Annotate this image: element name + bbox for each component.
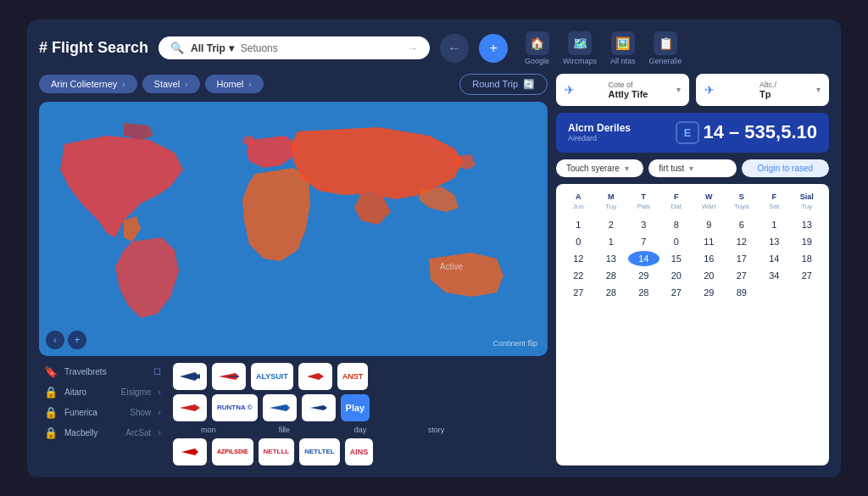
active-label: Active xyxy=(440,262,463,271)
airline-logo-anst[interactable]: ANST xyxy=(337,363,369,390)
map-next-button[interactable]: + xyxy=(68,331,86,349)
sidebar-item-travelbrets[interactable]: 🔖 Travelbrets ☐ xyxy=(39,363,166,381)
cal-cell[interactable]: 27 xyxy=(661,285,693,300)
cal-cell[interactable]: 20 xyxy=(661,268,693,283)
cal-cell[interactable]: 13 xyxy=(596,251,627,266)
price-value: 14 – 535,5.10 xyxy=(703,121,817,143)
airline-logo-alysuit[interactable]: ALYSUIT xyxy=(251,363,293,390)
cal-cell[interactable]: 16 xyxy=(693,251,725,266)
cal-cell[interactable]: 22 xyxy=(563,268,594,283)
cal-cell[interactable]: 11 xyxy=(693,234,725,249)
filter-chip-travel[interactable]: Stavel › xyxy=(142,75,200,93)
filter-chip-home[interactable]: Homel › xyxy=(205,75,264,93)
label-mon: mon xyxy=(173,426,244,434)
cal-cell[interactable]: 27 xyxy=(792,268,823,283)
cal-cell[interactable]: 7 xyxy=(628,234,659,249)
cal-cell[interactable]: 28 xyxy=(596,285,627,300)
cal-cell[interactable]: 89 xyxy=(726,285,758,300)
cal-cell[interactable]: 6 xyxy=(726,217,758,232)
airline-logo-runtna[interactable]: RUNTNA © xyxy=(212,394,258,421)
cal-cell[interactable]: 9 xyxy=(693,217,725,232)
arrow-icon-3: › xyxy=(158,427,161,437)
label-day: day xyxy=(325,426,396,434)
cal-cell[interactable]: 1 xyxy=(563,217,594,232)
cal-cell[interactable]: 20 xyxy=(693,268,725,283)
sidebar-items: 🔖 Travelbrets ☐ 🔒 Aitaro Eisigme › 🔒 xyxy=(39,363,166,442)
airline-logo-blue-plane[interactable] xyxy=(263,394,297,421)
cal-cell-highlight[interactable]: 14 xyxy=(628,251,659,266)
cal-cell[interactable]: 27 xyxy=(726,268,758,283)
label-story: story xyxy=(401,426,472,434)
search-submit-icon[interactable]: → xyxy=(408,42,418,54)
airline-logo-netltel[interactable]: NETLTEL xyxy=(299,438,339,465)
allntas-icon: 🖼️ xyxy=(611,31,635,55)
add-button[interactable]: + xyxy=(479,34,508,63)
cal-cell[interactable]: 17 xyxy=(726,251,758,266)
sidebar-item-macbelly[interactable]: 🔒 Macbelly ArcSat › xyxy=(39,424,166,442)
right-panel: ✈ Cote of Attly Tife ▾ ✈ Altc./ Tp ▾ xyxy=(556,74,829,465)
search-dropdown[interactable]: All Trip ▾ xyxy=(191,42,234,54)
search-bar[interactable]: 🔍 All Trip ▾ Setuons → xyxy=(159,36,430,59)
price-banner-info: Alcrn Deriles Airedard xyxy=(568,122,631,142)
airline-logo-2[interactable] xyxy=(212,363,246,390)
map-navigation: ‹ + xyxy=(46,331,86,349)
cal-cell[interactable]: 0 xyxy=(661,234,693,249)
filter-touch[interactable]: Touch syerare ▾ xyxy=(556,159,643,177)
sidebar: 🔖 Travelbrets ☐ 🔒 Aitaro Eisigme › 🔒 xyxy=(39,363,166,465)
cal-cell[interactable]: 3 xyxy=(628,217,659,232)
cal-cell[interactable]: 28 xyxy=(628,285,659,300)
back-button[interactable]: ← xyxy=(440,34,469,63)
cal-cell[interactable]: 15 xyxy=(661,251,693,266)
cal-cell[interactable]: 8 xyxy=(661,217,693,232)
chip-arrow-icon3: › xyxy=(248,80,251,89)
play-label: Play xyxy=(346,403,365,413)
cal-cell[interactable] xyxy=(759,285,790,300)
cal-cell[interactable]: 12 xyxy=(563,251,594,266)
cal-cell[interactable]: 34 xyxy=(759,268,790,283)
nav-allntas[interactable]: 🖼️ All ntas xyxy=(610,31,636,65)
cal-cell[interactable]: 18 xyxy=(792,251,823,266)
nav-google[interactable]: 🏠 Google xyxy=(525,31,549,65)
cal-cell[interactable]: 29 xyxy=(628,268,659,283)
airline-logo-play[interactable]: Play xyxy=(341,394,370,421)
cal-cell[interactable]: 1 xyxy=(596,234,627,249)
airline-logo-ains[interactable]: AINS xyxy=(345,438,374,465)
dropdown-origin[interactable]: ✈ Cote of Attly Tife ▾ xyxy=(556,74,689,106)
bottom-section: 🔖 Travelbrets ☐ 🔒 Aitaro Eisigme › 🔒 xyxy=(39,363,548,465)
maps-icon: 🗺️ xyxy=(568,31,592,55)
cal-cell[interactable]: 27 xyxy=(563,285,594,300)
cal-cell[interactable]: 29 xyxy=(693,285,725,300)
cal-cell[interactable]: 13 xyxy=(759,234,790,249)
round-trip-toggle[interactable]: Round Trip 🔄 xyxy=(459,74,548,95)
airline-logo-netlll[interactable]: NETLLL xyxy=(259,438,295,465)
airline-logo-1[interactable] xyxy=(173,363,207,390)
cal-cell[interactable]: 19 xyxy=(792,234,823,249)
label-fille: fille xyxy=(249,426,320,434)
airline-logo-small-plane[interactable] xyxy=(302,394,336,421)
search-icon: 🔍 xyxy=(170,42,184,54)
airline-logo-red-plane2[interactable] xyxy=(173,438,207,465)
airline-logo-plane2[interactable] xyxy=(173,394,207,421)
airline-logo-red-plane[interactable] xyxy=(298,363,332,390)
map-prev-button[interactable]: ‹ xyxy=(46,331,64,349)
filter-chip-origin[interactable]: Arin Colieterney › xyxy=(39,75,137,93)
cal-cell[interactable]: 2 xyxy=(596,217,627,232)
cal-cell[interactable]: 12 xyxy=(726,234,758,249)
nav-maps[interactable]: 🗺️ Wircmaps xyxy=(563,31,597,65)
lock-icon-1: 🔒 xyxy=(44,386,58,398)
nav-generalie[interactable]: 📋 Generalie xyxy=(649,31,682,65)
chip-arrow-icon: › xyxy=(122,80,125,89)
sidebar-item-funerica[interactable]: 🔒 Funerica Show › xyxy=(39,404,166,421)
filter-firt[interactable]: firt tust ▾ xyxy=(648,159,736,177)
cal-cell[interactable]: 13 xyxy=(792,217,823,232)
airline-logo-azpilsdie[interactable]: AZPILSDIE xyxy=(212,438,253,465)
cal-cell[interactable]: 1 xyxy=(759,217,790,232)
cal-cell[interactable] xyxy=(792,285,823,300)
cal-cell[interactable]: 28 xyxy=(596,268,627,283)
dropdown-arrow-2: ▾ xyxy=(816,85,821,94)
dropdown-destination[interactable]: ✈ Altc./ Tp ▾ xyxy=(696,74,829,106)
filter-origin[interactable]: Origin to rased xyxy=(742,159,829,177)
cal-cell[interactable]: 14 xyxy=(759,251,790,266)
cal-cell[interactable]: 0 xyxy=(563,234,594,249)
sidebar-item-aitaro[interactable]: 🔒 Aitaro Eisigme › xyxy=(39,383,166,401)
